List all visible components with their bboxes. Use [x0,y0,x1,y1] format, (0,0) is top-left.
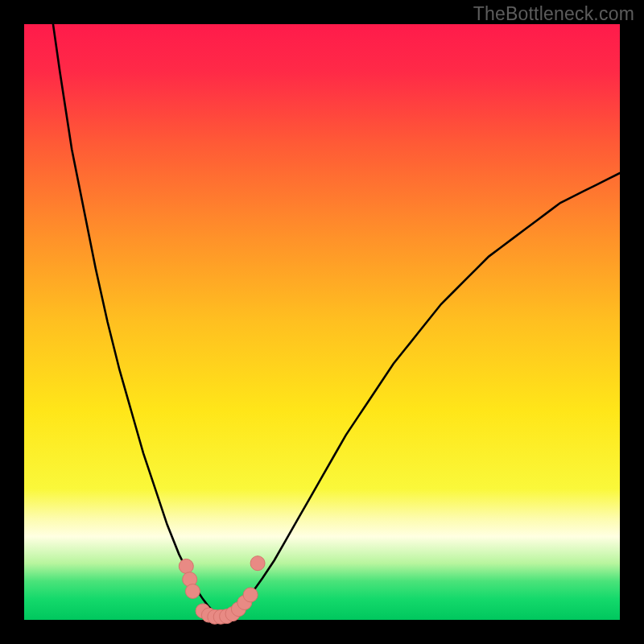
bottleneck-curve-chart [0,0,644,644]
data-point [250,556,265,571]
data-point [179,559,193,573]
gradient-plot-area [24,24,620,620]
data-point [243,588,258,602]
chart-frame: TheBottleneck.com [0,0,644,644]
data-point [185,584,200,599]
watermark-text: TheBottleneck.com [473,3,634,25]
